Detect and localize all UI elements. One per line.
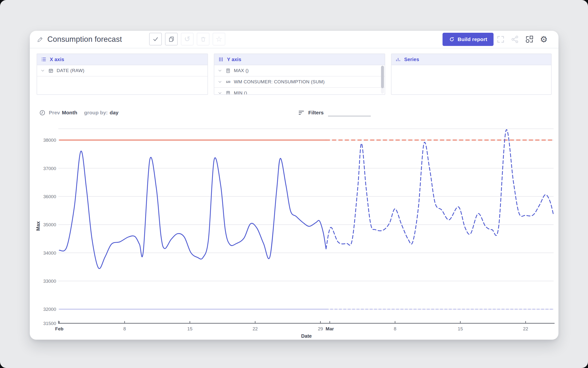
y-axis-panel-header: Y axis — [214, 54, 385, 65]
trash-icon — [200, 36, 206, 43]
report-builder-card: Consumption forecast ↺☆ Build report ⚙ X… — [30, 31, 558, 340]
chevron-down-icon[interactable] — [217, 91, 222, 95]
delete-button[interactable] — [197, 33, 209, 45]
scrollbar-thumb[interactable] — [381, 66, 384, 88]
pencil-icon — [37, 36, 44, 43]
fullscreen-icon[interactable] — [496, 35, 505, 44]
list-icon — [41, 57, 46, 62]
svg-text:123: 123 — [226, 80, 230, 83]
chart-controls: Prev Month group by: day — [39, 107, 119, 118]
series-panel: Series — [391, 54, 552, 95]
filters-label: Filters — [308, 110, 324, 116]
calculator-icon — [226, 68, 231, 73]
series-panel-header: Series — [392, 54, 551, 65]
field-label: MAX () — [234, 68, 249, 73]
toolbar-divider — [30, 48, 558, 48]
columns-icon — [218, 57, 224, 62]
star-icon: ☆ — [216, 36, 222, 43]
toolbar: Consumption forecast ↺☆ Build report ⚙ — [30, 31, 558, 48]
toolbar-right-icons: ⚙ — [496, 35, 548, 44]
x-axis-panel-title: X axis — [50, 57, 64, 62]
period-prefix[interactable]: Prev — [49, 110, 60, 116]
chevron-down-icon[interactable] — [217, 68, 222, 73]
field-label: WM CONSUMER: CONSUMPTION (SUM) — [234, 79, 325, 85]
filter-icon — [298, 110, 304, 116]
refresh-icon — [449, 36, 455, 42]
chevron-down-icon[interactable] — [40, 68, 45, 73]
filters-input-underline[interactable] — [328, 109, 371, 116]
duplicate-button[interactable] — [165, 33, 178, 45]
field-row[interactable]: DATE (RAW) — [37, 65, 207, 76]
y-axis-panel: Y axis MAX ()123WM CONSUMER: CONSUMPTION… — [214, 54, 385, 95]
calculator-icon — [226, 91, 231, 95]
favorite-button[interactable]: ☆ — [213, 33, 225, 45]
filters-control[interactable]: Filters — [298, 107, 371, 118]
scrollbar-track[interactable] — [381, 66, 384, 94]
apply-button[interactable] — [149, 33, 162, 45]
field-row[interactable]: 123WM CONSUMER: CONSUMPTION (SUM) — [214, 76, 385, 88]
x-axis-panel-header: X axis — [37, 54, 207, 65]
share-icon[interactable] — [511, 35, 519, 44]
x-axis-panel: X axis DATE (RAW) — [37, 54, 208, 95]
change-visualization-icon[interactable] — [525, 35, 534, 44]
copy-icon — [168, 36, 175, 43]
toolbar-actions: ↺☆ — [149, 33, 225, 45]
field-label: MIN () — [234, 90, 247, 95]
period-value[interactable]: Month — [62, 110, 77, 116]
build-report-label: Build report — [458, 36, 487, 42]
chevron-down-icon[interactable] — [217, 79, 222, 84]
group-by-value[interactable]: day — [110, 110, 118, 116]
bar-chart-icon — [395, 57, 401, 62]
settings-icon[interactable]: ⚙ — [539, 35, 548, 44]
series-panel-title: Series — [404, 57, 419, 62]
undo-icon: ↺ — [184, 36, 191, 43]
build-report-button[interactable]: Build report — [443, 33, 494, 46]
field-label: DATE (RAW) — [57, 68, 84, 73]
field-row[interactable]: MAX () — [214, 65, 385, 76]
undo-button[interactable]: ↺ — [181, 33, 194, 45]
y-axis-panel-title: Y axis — [227, 57, 241, 62]
app-background: Consumption forecast ↺☆ Build report ⚙ X… — [0, 0, 588, 368]
check-icon — [152, 36, 159, 43]
calendar-icon — [48, 68, 53, 73]
group-by-label: group by: — [84, 110, 108, 116]
report-title[interactable]: Consumption forecast — [47, 31, 122, 48]
123-icon: 123 — [226, 79, 231, 85]
clock-icon — [39, 109, 46, 116]
field-row[interactable]: MIN () — [214, 88, 385, 95]
